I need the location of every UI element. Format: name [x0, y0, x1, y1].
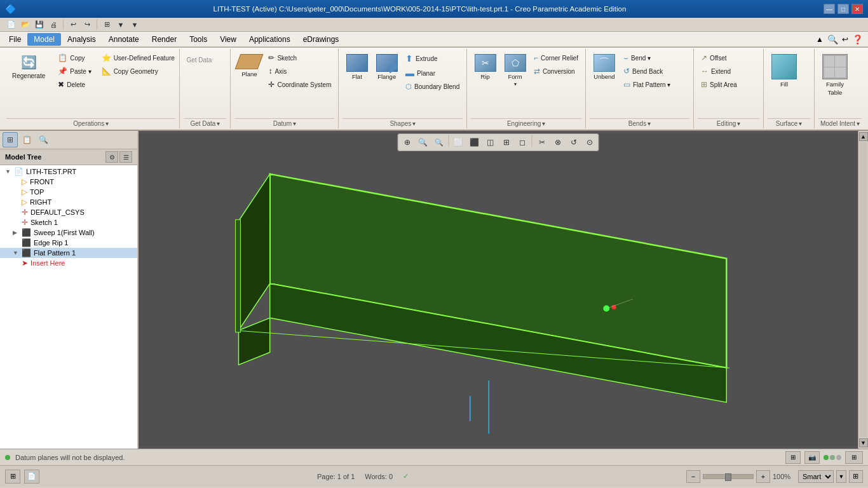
- fill-button[interactable]: Fill: [768, 51, 801, 90]
- canvas-area[interactable]: reset F8(FLAT PATTERN_1): [139, 131, 858, 449]
- nav-up[interactable]: ▲: [816, 35, 824, 44]
- flat-pattern-button[interactable]: ▭ Flat Pattern ▾: [620, 78, 674, 91]
- zoom-in-bottom[interactable]: +: [756, 470, 770, 483]
- offset-button[interactable]: ↗ Offset: [698, 51, 740, 64]
- tree-item-root[interactable]: ▼ 📄 LITH-TEST.PRT: [0, 166, 137, 177]
- editing-label[interactable]: Editing ▾: [698, 118, 759, 128]
- no-hidden-button[interactable]: ◻: [515, 135, 530, 149]
- viewport[interactable]: ⊕ 🔍 🔍 ⬜ ⬛ ◫ ⊞ ◻ ✂ ⊗ ↺ ⊙: [139, 131, 858, 449]
- bends-label[interactable]: Bends ▾: [590, 118, 689, 128]
- scroll-up-button[interactable]: ▲: [859, 132, 868, 141]
- fit-view-button[interactable]: ⊕: [400, 135, 415, 149]
- status-btn1[interactable]: ⊞: [785, 451, 801, 464]
- extrude-button[interactable]: ⬆ Extrude: [402, 51, 463, 65]
- model-tree-view-button[interactable]: ⊞: [3, 132, 18, 147]
- tree-item-top[interactable]: ▷ TOP: [0, 187, 137, 197]
- backward-nav[interactable]: ↩: [842, 35, 848, 44]
- display-mode-button[interactable]: ⊞: [845, 451, 863, 464]
- wireframe-button[interactable]: ◫: [483, 135, 498, 149]
- tree-item-front[interactable]: ▷ FRONT: [0, 177, 137, 187]
- customize-button[interactable]: ▼: [128, 19, 141, 30]
- split-area-button[interactable]: ⊞ Split Area: [698, 78, 740, 91]
- close-button[interactable]: ✕: [851, 4, 863, 14]
- display-button[interactable]: ▼: [114, 19, 127, 30]
- sketch-button[interactable]: ✏ Sketch: [265, 51, 334, 64]
- scroll-down-button[interactable]: ▼: [859, 438, 868, 447]
- perspective-button[interactable]: ⊙: [582, 135, 597, 149]
- delete-button[interactable]: ✖ Delete: [55, 78, 94, 91]
- getdata-label[interactable]: Get Data ▾: [184, 118, 226, 128]
- copy-geometry-button[interactable]: 📐 Copy Geometry: [98, 65, 178, 78]
- tree-item-csys[interactable]: ✛ DEFAULT_CSYS: [0, 207, 137, 217]
- tree-item-edge-rip[interactable]: ⬛ Edge Rip 1: [0, 238, 137, 248]
- datum-display-button[interactable]: ⊗: [550, 135, 566, 149]
- layer-tree-button[interactable]: 📋: [19, 132, 34, 147]
- shapes-label[interactable]: Shapes ▾: [342, 118, 463, 128]
- unbend-button[interactable]: ⌒ Unbend: [590, 51, 619, 83]
- tree-item-right[interactable]: ▷ RIGHT: [0, 197, 137, 207]
- hidden-line-button[interactable]: ⊞: [499, 135, 514, 149]
- plane-button[interactable]: Plane: [234, 51, 264, 80]
- bottom-btn2[interactable]: 📄: [24, 470, 39, 484]
- zoom-dropdown-btn[interactable]: ▼: [836, 470, 846, 483]
- print-button[interactable]: 🖨: [47, 19, 60, 30]
- open-button[interactable]: 📂: [19, 19, 32, 30]
- undo-button[interactable]: ↩: [67, 19, 79, 30]
- tree-item-sweep1[interactable]: ▶ ⬛ Sweep 1(First Wall): [0, 227, 137, 238]
- bottom-btn1[interactable]: ⊞: [5, 470, 20, 484]
- regenerate-button[interactable]: 🔄 Regenerate: [6, 51, 51, 83]
- boundary-blend-button[interactable]: ⬡ Boundary Blend: [402, 81, 463, 93]
- axis-button[interactable]: ↕ Axis: [265, 65, 334, 78]
- tree-expand-button[interactable]: ☰: [119, 151, 132, 163]
- user-defined-feature-button[interactable]: ⭐ User-Defined Feature: [98, 51, 178, 64]
- new-button[interactable]: 📄: [5, 19, 18, 30]
- menu-render[interactable]: Render: [146, 33, 183, 46]
- zoom-window-button[interactable]: ⬜: [451, 135, 466, 149]
- planar-button[interactable]: ▬ Planar: [402, 66, 463, 80]
- corner-relief-button[interactable]: ⌐ Corner Relief: [531, 51, 581, 64]
- redo-button[interactable]: ↪: [81, 19, 93, 30]
- right-scrollbar[interactable]: ▲ ▼: [858, 131, 868, 449]
- zoom-out-bottom[interactable]: −: [686, 470, 700, 483]
- shaded-button[interactable]: ⬛: [467, 135, 482, 149]
- zoom-dropdown[interactable]: Smart: [798, 470, 834, 483]
- engineering-label[interactable]: Engineering ▾: [471, 118, 581, 128]
- save-button[interactable]: 💾: [33, 19, 46, 30]
- flat-button[interactable]: Flat: [342, 51, 371, 83]
- menu-analysis[interactable]: Analysis: [61, 33, 102, 46]
- detail-tree-button[interactable]: 🔍: [36, 132, 51, 147]
- conversion-button[interactable]: ⇄ Conversion: [531, 65, 581, 78]
- rip-button[interactable]: ✂ Rip: [471, 51, 499, 83]
- zoom-out-button[interactable]: 🔍: [431, 135, 447, 149]
- paste-button[interactable]: 📌 Paste ▾: [55, 65, 94, 78]
- coordinate-system-button[interactable]: ✛ Coordinate System: [265, 78, 334, 91]
- surface-label[interactable]: Surface ▾: [768, 118, 810, 128]
- tree-item-flat-pattern[interactable]: ▼ ⬛ Flat Pattern 1: [0, 248, 137, 258]
- bend-back-button[interactable]: ↺ Bend Back: [620, 65, 674, 78]
- bend-button[interactable]: ⌣ Bend ▾: [620, 51, 674, 64]
- tree-item-sketch1[interactable]: ✛ Sketch 1: [0, 217, 137, 227]
- search-icon[interactable]: 🔍: [827, 34, 838, 44]
- cross-section-button[interactable]: ✂: [534, 135, 550, 149]
- form-button[interactable]: ⬠ Form ▾: [501, 51, 529, 90]
- status-btn2[interactable]: 📷: [804, 451, 820, 464]
- operations-label[interactable]: Operations ▾: [6, 118, 175, 128]
- menu-tools[interactable]: Tools: [183, 33, 214, 46]
- tree-settings-button[interactable]: ⚙: [105, 151, 118, 163]
- copy-button[interactable]: 📋 Copy: [55, 51, 94, 64]
- view-options-button[interactable]: ⊞: [100, 19, 113, 30]
- minimize-button[interactable]: —: [824, 4, 835, 14]
- menu-annotate[interactable]: Annotate: [102, 33, 146, 46]
- menu-edrawings[interactable]: eDrawings: [297, 33, 346, 46]
- zoom-in-button[interactable]: 🔍: [416, 135, 431, 149]
- datum-label[interactable]: Datum ▾: [234, 118, 334, 128]
- family-table-button[interactable]: Family Table: [818, 51, 851, 98]
- recalc-button[interactable]: ⊞: [849, 470, 863, 483]
- spin-center-button[interactable]: ↺: [566, 135, 581, 149]
- menu-view[interactable]: View: [214, 33, 243, 46]
- menu-file[interactable]: File: [3, 33, 27, 46]
- maximize-button[interactable]: □: [837, 4, 849, 14]
- help-icon[interactable]: ❓: [852, 34, 863, 44]
- menu-model[interactable]: Model: [27, 33, 61, 46]
- menu-applications[interactable]: Applications: [243, 33, 297, 46]
